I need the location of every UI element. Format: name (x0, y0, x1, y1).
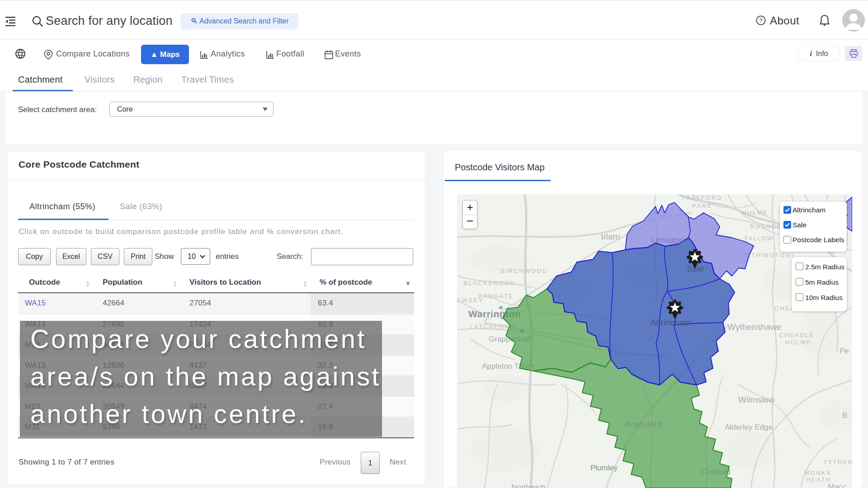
svg-text:CHEADLE: CHEADLE (779, 332, 815, 338)
svg-text:BIRCHWOOD: BIRCHWOOD (500, 267, 548, 274)
svg-text:Wilmslow: Wilmslow (738, 395, 774, 404)
svg-text:BLACKBROOK: BLACKBROOK (463, 280, 515, 286)
svg-text:FALLOW: FALLOW (745, 235, 774, 242)
svg-text:?: ? (759, 17, 763, 24)
svg-text:Chelford: Chelford (701, 468, 730, 476)
svg-text:Altrincham: Altrincham (651, 318, 691, 327)
svg-text:TRAFFORD: TRAFFORD (681, 194, 722, 201)
svg-text:HULME: HULME (785, 339, 811, 346)
svg-text:Northwich: Northwich (511, 483, 546, 488)
svg-text:Irlam: Irlam (601, 232, 620, 241)
svg-text:Wythenshawe: Wythenshawe (727, 322, 781, 332)
svg-text:Knutsford: Knutsford (625, 419, 662, 429)
svg-text:BEWSEY: BEWSEY (457, 297, 484, 304)
svg-text:HEATH: HEATH (806, 476, 831, 483)
svg-text:B: B (842, 411, 847, 420)
svg-text:Pe: Pe (840, 347, 849, 355)
svg-text:Alderley Edge: Alderley Edge (725, 423, 773, 432)
svg-text:TYTHER: TYTHER (823, 459, 852, 465)
svg-text:Urmston: Urmston (651, 235, 684, 245)
svg-text:Macc: Macc (828, 483, 846, 488)
svg-text:PADGATE: PADGATE (479, 293, 514, 300)
svg-text:Plumley: Plumley (590, 464, 618, 472)
svg-text:RUSHOL: RUSHOL (750, 223, 781, 230)
svg-text:PARK: PARK (692, 202, 712, 209)
svg-text:MONKS: MONKS (804, 469, 831, 476)
svg-text:HULME: HULME (742, 209, 768, 216)
